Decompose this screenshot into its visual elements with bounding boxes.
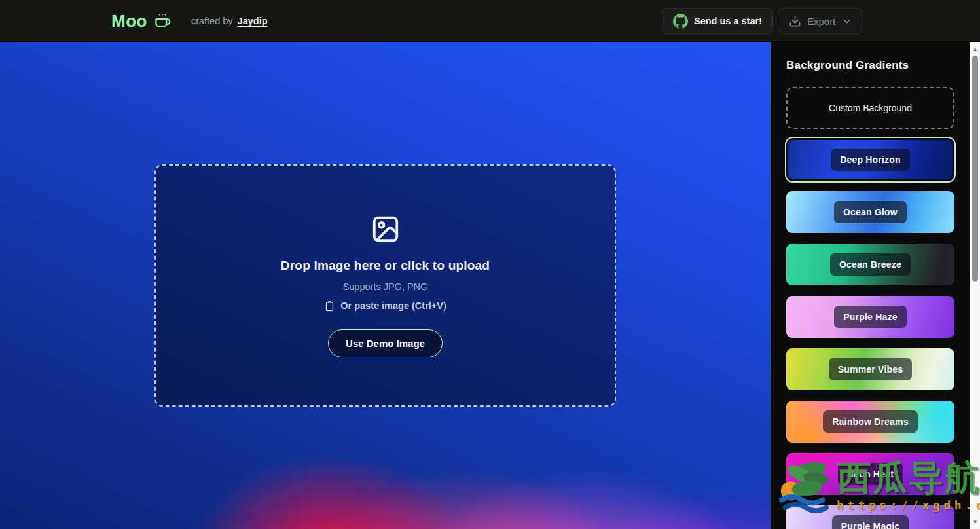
crafted-by-label: crafted by: [191, 16, 233, 26]
export-label: Export: [807, 16, 835, 27]
image-icon: [371, 214, 401, 244]
canvas: Drop image here or click to upload Suppo…: [0, 42, 771, 529]
gradient-label: Neon Heat: [838, 463, 903, 485]
gradient-list: Deep Horizon Ocean Glow Ocean Breeze Pur…: [786, 137, 954, 529]
author-link[interactable]: Jaydip: [238, 16, 268, 26]
sidebar-scrollbar[interactable]: ▲ ▼: [970, 42, 980, 529]
scrollbar-up-arrow[interactable]: ▲: [970, 43, 980, 55]
gradient-label: Deep Horizon: [831, 149, 910, 171]
gradient-swatch-summer-vibes[interactable]: Summer Vibes: [786, 348, 954, 390]
brand: Moo crafted by Jaydip: [111, 0, 268, 42]
custom-background-label: Custom Background: [829, 103, 912, 113]
coffee-cup-icon: [154, 12, 172, 30]
app-header: Moo crafted by Jaydip Send us a star!: [0, 0, 980, 42]
paste-hint-row: Or paste image (Ctrl+V): [324, 301, 446, 312]
gradient-label: Rainbow Dreams: [823, 410, 917, 433]
gradient-label: Purple Magic: [832, 515, 909, 529]
gradient-label: Purple Haze: [834, 306, 906, 328]
gradient-swatch-purple-magic[interactable]: Purple Magic: [786, 505, 954, 529]
gradient-swatch-deep-horizon[interactable]: Deep Horizon: [785, 137, 956, 183]
download-icon: [789, 15, 801, 27]
dropzone-subtitle: Supports JPG, PNG: [343, 282, 428, 292]
gradient-swatch-ocean-breeze[interactable]: Ocean Breeze: [786, 244, 954, 285]
gradient-swatch-rainbow-dreams[interactable]: Rainbow Dreams: [786, 401, 954, 443]
send-star-button[interactable]: Send us a star!: [662, 8, 773, 34]
gradient-swatch-purple-haze[interactable]: Purple Haze: [786, 296, 954, 338]
gradient-label: Ocean Breeze: [830, 253, 911, 276]
main-area: Drop image here or click to upload Suppo…: [0, 42, 980, 529]
send-star-label: Send us a star!: [694, 16, 762, 26]
gradient-label: Summer Vibes: [829, 358, 912, 380]
dropzone-title: Drop image here or click to upload: [281, 259, 490, 273]
scrollbar-down-arrow[interactable]: ▼: [970, 516, 980, 528]
chevron-down-icon: [841, 16, 852, 27]
gradient-swatch-neon-heat[interactable]: Neon Heat: [786, 453, 954, 495]
gradient-sidebar: Background Gradients Custom Background D…: [771, 42, 970, 529]
custom-background-button[interactable]: Custom Background: [786, 87, 954, 129]
image-dropzone[interactable]: Drop image here or click to upload Suppo…: [154, 164, 616, 407]
scrollbar-thumb[interactable]: [972, 56, 978, 282]
clipboard-icon: [324, 301, 335, 312]
gradient-swatch-ocean-glow[interactable]: Ocean Glow: [786, 191, 954, 233]
gradient-label: Ocean Glow: [834, 201, 907, 223]
app-logo: Moo: [111, 11, 147, 31]
sidebar-title: Background Gradients: [786, 59, 954, 72]
github-icon: [673, 14, 688, 29]
export-button[interactable]: Export: [778, 8, 863, 34]
use-demo-image-label: Use Demo Image: [346, 338, 425, 349]
use-demo-image-button[interactable]: Use Demo Image: [328, 329, 443, 357]
paste-hint-label: Or paste image (Ctrl+V): [340, 301, 446, 311]
